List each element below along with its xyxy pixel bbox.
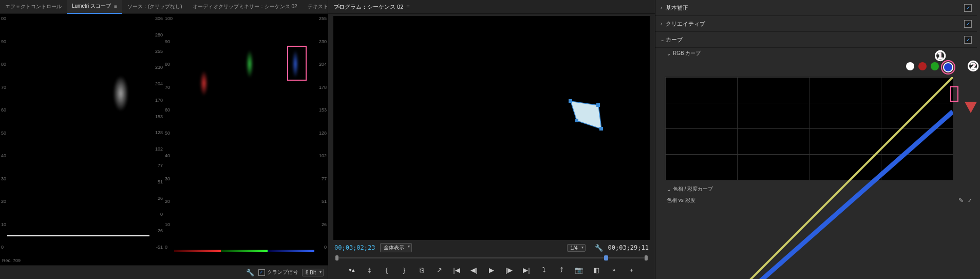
fit-zoom-select[interactable]: 全体表示 [380,243,412,252]
duration-timecode: 00;03;29;11 [608,244,649,251]
go-to-in-icon[interactable]: |◀ [451,265,462,275]
axis-left: 009080706050403020100 [0,14,10,265]
lumetri-scopes-view: 009080706050403020100 306280255230204178… [0,14,328,265]
step-back-icon[interactable]: ◀| [469,265,479,275]
annotation-highlight-box [287,46,307,81]
section-enable-checkbox[interactable]: ✓ [964,4,972,12]
checkbox-icon: ✓ [258,269,265,276]
clamp-signal-checkbox[interactable]: ✓ クランプ信号 [258,269,298,276]
add-marker-icon[interactable]: ▾▴ [347,265,357,275]
tab-label: エフェクトコントロール [5,3,62,10]
annotation-arrow-down-icon [965,102,977,113]
parade-color-legend [174,250,314,252]
tab-label: テキスト [308,3,328,10]
eyedropper-icon[interactable]: ✎ [958,197,964,204]
parade-trace-red [200,70,208,96]
section-basic-correction[interactable]: › 基本補正 ✓ [655,0,977,16]
add-button-icon[interactable]: ＋ [626,265,636,275]
resolution-value: 1/4 [571,245,578,251]
rgb-curve-editor[interactable] [665,77,953,180]
tab-effect-controls[interactable]: エフェクトコントロール [0,0,67,13]
tab-label: Lumetri スコープ [72,3,111,10]
axis-left: 1009080706050403020100 [164,14,174,265]
annotation-number-2: ② [967,59,979,75]
axis-right: 3062802552302041781531281027751260-26-51 [148,14,164,265]
insert-icon[interactable]: ⤵ [539,265,549,275]
chevron-right-icon: › [661,5,666,10]
svg-line-6 [665,111,953,279]
tab-source[interactable]: ソース：(クリップなし) [122,0,187,13]
subsection-rgb-curves[interactable]: ⌄ RGB カーブ [655,48,977,59]
go-to-out-icon[interactable]: ▶| [521,265,532,275]
program-info-bar: 00;03;02;23 全体表示 1/4 🔧 00;03;29;11 [328,242,655,253]
slider-track [335,257,648,258]
overwrite-icon[interactable]: ⤴ [556,265,567,275]
panel-menu-icon[interactable]: ≡ [406,4,409,10]
channel-red-swatch[interactable] [918,62,927,70]
curve-lines [665,77,953,279]
source-panel-tabbar: エフェクトコントロール Lumetri スコープ≡ ソース：(クリップなし) オ… [0,0,328,14]
bit-depth-select[interactable]: 8 Bit [302,269,324,276]
channel-luma-swatch[interactable] [906,62,914,70]
tab-label: オーディオクリップミキサー：シーケンス 02 [193,3,297,10]
section-curves[interactable]: ⌄ カーブ ✓ [655,32,977,48]
annotation-highlight-handle [950,86,958,102]
section-label: カーブ [666,36,683,44]
section-label: クリエイティブ [666,20,705,28]
colorspace-label: Rec. 709 [2,258,21,263]
program-shape-selected[interactable] [568,98,604,134]
row-enable-checkbox[interactable]: ✓ [968,198,972,203]
comparison-view-icon[interactable]: ◧ [591,265,601,275]
slider-playhead-handle[interactable] [604,255,608,261]
tab-audio-clip-mixer[interactable]: オーディオクリップミキサー：シーケンス 02 [187,0,303,13]
program-transport-bar: ▾▴ ‡ { } ⎘ ↗ |◀ ◀| ▶ |▶ ▶| ⤵ ⤴ 📷 ◧ » ＋ [328,263,655,277]
scope-parade-rgb[interactable]: 1009080706050403020100 25523020417815312… [164,14,328,265]
svg-rect-1 [569,99,572,103]
playhead-timecode[interactable]: 00;03;02;23 [334,244,375,251]
step-forward-icon[interactable]: |▶ [504,265,514,275]
lift-icon[interactable]: ⎘ [417,265,427,275]
scopes-settings-icon[interactable]: 🔧 [246,269,254,276]
annotation-number-1: ① [934,48,946,64]
mark-out-icon[interactable]: { [382,265,392,275]
chevron-down-icon: ⌄ [661,37,666,42]
svg-rect-4 [575,119,578,122]
button-editor-icon[interactable]: » [609,265,619,275]
bit-depth-value: 8 Bit [306,270,316,275]
waveform-baseline [7,235,149,236]
program-settings-icon[interactable]: 🔧 [595,244,603,252]
section-label: 基本補正 [666,4,688,12]
fit-zoom-value: 全体表示 [384,245,404,250]
rgb-curve-channel-selector [655,59,977,76]
resolution-select[interactable]: 1/4 [567,244,586,252]
section-creative[interactable]: › クリエイティブ ✓ [655,16,977,32]
subsection-label: RGB カーブ [673,50,701,57]
export-frame-icon[interactable]: ↗ [434,265,444,275]
chevron-down-icon: ⌄ [667,51,671,57]
section-enable-checkbox[interactable]: ✓ [964,20,972,28]
program-monitor-viewport[interactable] [333,16,650,240]
mark-clip-icon[interactable]: } [399,265,409,275]
program-timeline-slider[interactable] [335,253,648,263]
svg-line-5 [665,77,953,279]
slider-out-handle[interactable] [645,255,648,261]
section-enable-checkbox[interactable]: ✓ [964,36,972,44]
clamp-signal-label: クランプ信号 [267,269,298,276]
slider-in-handle[interactable] [335,255,338,261]
mark-in-icon[interactable]: ‡ [364,265,374,275]
program-panel-header: プログラム： シーケンス 02 ≡ [328,0,655,14]
waveform-trace [113,76,128,111]
scope-waveform-luma[interactable]: 009080706050403020100 306280255230204178… [0,14,164,265]
lumetri-color-panel: › 基本補正 ✓ › クリエイティブ ✓ ⌄ カーブ ✓ ⌄ RGB カーブ [655,0,980,279]
axis-right: 2552302041781531281027751260 [312,14,328,265]
tab-label: ソース：(クリップなし) [127,3,182,10]
chevron-right-icon: › [661,21,666,26]
svg-rect-2 [596,103,600,107]
snapshot-icon[interactable]: 📷 [574,265,584,275]
scopes-footer-bar: 🔧 ✓ クランプ信号 8 Bit [0,265,328,279]
svg-rect-3 [599,127,603,131]
parade-trace-green [246,50,253,78]
play-icon[interactable]: ▶ [486,265,497,275]
tab-lumetri-scopes[interactable]: Lumetri スコープ≡ [67,0,122,14]
panel-menu-icon[interactable]: ≡ [114,4,117,9]
